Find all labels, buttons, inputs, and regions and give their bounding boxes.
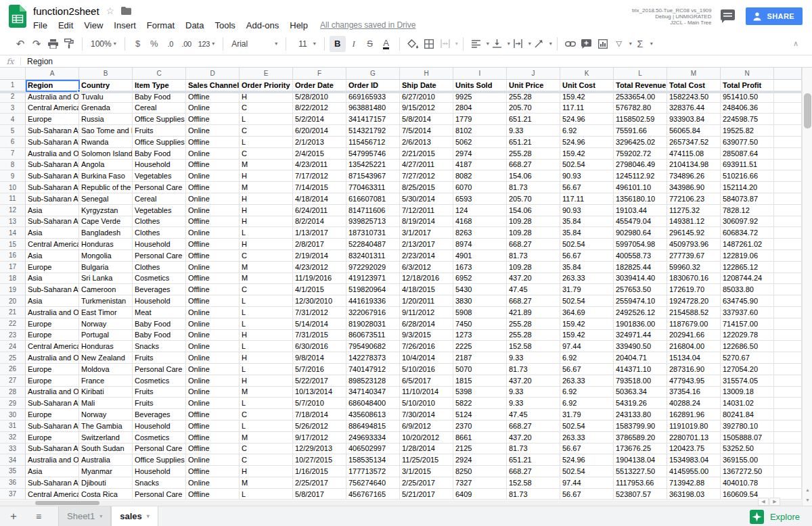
cell[interactable]: Offline: [186, 421, 240, 432]
cell[interactable]: 4168: [453, 216, 507, 228]
cell[interactable]: 35.84: [560, 227, 614, 239]
cell[interactable]: 31.79: [560, 284, 614, 295]
cell[interactable]: 713942.88: [667, 477, 721, 489]
cell[interactable]: Portugal: [79, 330, 133, 341]
cell[interactable]: Fruits: [133, 398, 186, 409]
cell[interactable]: 202941.66: [667, 330, 721, 341]
row-header[interactable]: 29: [0, 398, 26, 409]
cell[interactable]: Europe: [26, 432, 79, 444]
cell[interactable]: 115456712: [346, 137, 400, 148]
cell[interactable]: 363198.03: [667, 489, 721, 500]
cell[interactable]: Online: [186, 148, 240, 160]
cell[interactable]: 524.96: [560, 137, 614, 148]
italic-button[interactable]: I: [346, 36, 362, 52]
format-currency-button[interactable]: $: [130, 36, 146, 52]
cell[interactable]: 81.73: [507, 250, 560, 262]
row-header[interactable]: 34: [0, 454, 26, 466]
cell[interactable]: 522840487: [346, 239, 400, 250]
cell[interactable]: 668.27: [507, 421, 560, 432]
cell[interactable]: 158535134: [346, 454, 400, 466]
cell[interactable]: [774, 239, 802, 250]
row-header[interactable]: 1: [0, 80, 26, 91]
row-header[interactable]: 12: [0, 205, 26, 216]
column-header-I[interactable]: I: [453, 68, 507, 80]
cell[interactable]: 524.96: [560, 454, 614, 466]
cell[interactable]: 2187: [453, 352, 507, 364]
cell[interactable]: Cereal: [133, 193, 186, 205]
cell[interactable]: 97.44: [560, 477, 614, 489]
cell[interactable]: [774, 375, 802, 387]
cell[interactable]: 523807.57: [614, 489, 667, 500]
cell[interactable]: Sub-Saharan Afr: [26, 125, 79, 137]
cell[interactable]: 9/8/2014: [293, 352, 346, 364]
cell[interactable]: 496101.10: [614, 182, 667, 193]
cell[interactable]: 19525.82: [721, 125, 774, 137]
cell[interactable]: 8/19/2014: [400, 216, 453, 228]
cell[interactable]: Bangladesh: [79, 227, 133, 239]
cell[interactable]: [774, 352, 802, 364]
cell[interactable]: The Gambia: [79, 421, 133, 432]
cell[interactable]: 182825.44: [614, 262, 667, 273]
menu-item-help[interactable]: Help: [284, 19, 313, 32]
cell[interactable]: Mongolia: [79, 250, 133, 262]
cell[interactable]: 639077.50: [721, 137, 774, 148]
cell[interactable]: 263.33: [560, 273, 614, 285]
cell[interactable]: 255.28: [507, 148, 560, 160]
cell[interactable]: 6952: [453, 273, 507, 285]
horizontal-align-button[interactable]: [468, 36, 484, 52]
cell[interactable]: 795490682: [346, 341, 400, 352]
cell[interactable]: 56.67: [560, 250, 614, 262]
cell[interactable]: [774, 454, 802, 466]
cell[interactable]: 502.54: [560, 239, 614, 250]
cell[interactable]: 2/21/2015: [400, 148, 453, 160]
cell[interactable]: Offline: [186, 284, 240, 295]
insert-comment-button[interactable]: [579, 36, 595, 52]
cell[interactable]: 6409: [453, 489, 507, 500]
column-header-N[interactable]: N: [721, 68, 774, 80]
menu-item-file[interactable]: File: [28, 19, 53, 32]
cell[interactable]: 339490.50: [614, 341, 667, 352]
cell[interactable]: 13009.18: [721, 387, 774, 398]
cell[interactable]: C: [240, 444, 293, 455]
vertical-scrollbar[interactable]: ▲ ▼: [802, 68, 812, 506]
cell[interactable]: 6070: [453, 182, 507, 193]
cell[interactable]: 50363.34: [614, 387, 667, 398]
cell[interactable]: [774, 477, 802, 489]
explore-button[interactable]: Explore: [746, 506, 804, 526]
cell[interactable]: [774, 284, 802, 295]
cell[interactable]: 584073.87: [721, 193, 774, 205]
row-header[interactable]: 6: [0, 137, 26, 148]
cell[interactable]: 10/13/2014: [293, 387, 346, 398]
cell[interactable]: 2/4/2015: [293, 148, 346, 160]
cell[interactable]: 8/25/2015: [400, 182, 453, 193]
cell[interactable]: Baby Food: [133, 91, 186, 103]
text-color-button[interactable]: A: [378, 36, 394, 52]
cell[interactable]: 4509793.96: [667, 239, 721, 250]
row-header[interactable]: 5: [0, 125, 26, 137]
cell[interactable]: 10/20/2012: [400, 432, 453, 444]
row-header[interactable]: 31: [0, 421, 26, 432]
cell[interactable]: 81.73: [507, 364, 560, 375]
cell[interactable]: Central America: [26, 239, 79, 250]
cell[interactable]: 7327: [453, 477, 507, 489]
cell[interactable]: 832401311: [346, 250, 400, 262]
cell[interactable]: 651.21: [507, 114, 560, 125]
cell[interactable]: Tuvalu: [79, 91, 133, 103]
cell[interactable]: 324971.44: [614, 330, 667, 341]
cell[interactable]: [774, 421, 802, 432]
merge-cells-button[interactable]: [437, 36, 453, 52]
cell[interactable]: 477943.95: [667, 375, 721, 387]
row-header[interactable]: 20: [0, 295, 26, 307]
cell[interactable]: 6/9/2012: [400, 421, 453, 432]
cell[interactable]: 287316.90: [667, 364, 721, 375]
row-header[interactable]: 9: [0, 170, 26, 182]
row-header[interactable]: 16: [0, 250, 26, 262]
row-header[interactable]: 36: [0, 477, 26, 489]
cell[interactable]: 404010.78: [721, 477, 774, 489]
cell[interactable]: 819028031: [346, 318, 400, 330]
cell[interactable]: 8/2/2014: [293, 216, 346, 228]
cell[interactable]: 149381.12: [667, 216, 721, 228]
cell[interactable]: Europe: [26, 409, 79, 421]
cell[interactable]: 152.58: [507, 477, 560, 489]
cell[interactable]: Australia: [79, 454, 133, 466]
